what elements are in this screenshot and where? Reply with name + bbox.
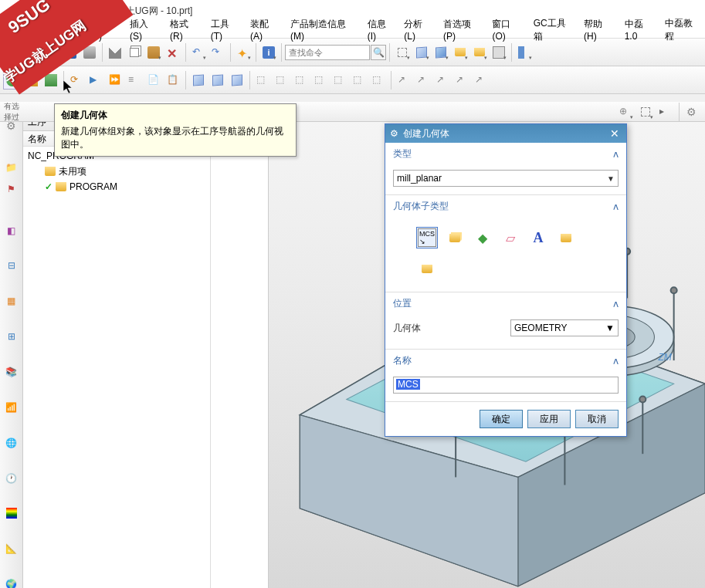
shop-doc-button[interactable]: 📋 [164, 71, 182, 90]
list-path-button[interactable]: ≡ [125, 71, 144, 90]
tb-op5[interactable]: ⬚ [330, 71, 349, 90]
rail-globe2-icon[interactable]: 🌍 [3, 577, 20, 588]
menu-format[interactable]: 格式(R) [165, 16, 205, 43]
tb-path2[interactable]: ↗ [414, 71, 432, 90]
snap-box-button[interactable] [636, 103, 655, 121]
tb-path3[interactable]: ↗ [433, 71, 452, 90]
menu-zl-tut[interactable]: 中磊教程 [660, 15, 705, 45]
section-type-header[interactable]: 类型 ʌ [385, 143, 626, 165]
menu-pmi[interactable]: 产品制造信息(M) [286, 16, 361, 43]
rail-web-icon[interactable]: 📶 [3, 400, 20, 414]
rail-nav-icon[interactable]: 📁 [3, 161, 20, 174]
copy-button[interactable] [125, 43, 144, 62]
section-name-header[interactable]: 名称 ʌ [385, 350, 626, 372]
save-button[interactable] [61, 43, 80, 62]
create-tool-button[interactable] [22, 71, 41, 90]
menu-insert[interactable]: 插入(S) [125, 16, 164, 43]
layer-button[interactable] [451, 43, 469, 62]
delete-button[interactable]: ✕ [164, 43, 182, 62]
rail-color-icon[interactable] [3, 507, 20, 521]
menu-help[interactable]: 帮助(H) [579, 16, 619, 43]
subtype-workpiece-icon[interactable] [444, 227, 466, 248]
name-input[interactable] [393, 377, 619, 394]
info-button[interactable]: i [259, 43, 278, 62]
no-filter-button[interactable]: 有选择过 [3, 103, 22, 121]
fit-button[interactable] [393, 43, 412, 62]
shaded-button[interactable] [432, 43, 450, 62]
simulate-button[interactable]: ⏩ [106, 71, 124, 90]
create-geometry-button[interactable] [3, 71, 22, 90]
menu-gc[interactable]: GC工具箱 [529, 15, 578, 45]
tb-op6[interactable]: ⬚ [350, 71, 368, 90]
style-button[interactable] [490, 43, 508, 62]
section-location-header[interactable]: 位置 ʌ [385, 292, 626, 315]
tb-path4[interactable]: ↗ [452, 71, 471, 90]
print-button[interactable] [80, 43, 99, 62]
new-button[interactable] [22, 43, 41, 62]
rail-books-icon[interactable]: 📚 [3, 365, 20, 379]
undo-button[interactable]: ↶ [189, 43, 208, 62]
rail-machine-icon[interactable]: ⚑ [3, 182, 20, 196]
location-combo[interactable]: GEOMETRY ▼ [510, 319, 619, 336]
generate-path-button[interactable]: ⟳ [67, 71, 86, 90]
apply-button[interactable]: 应用 [527, 410, 571, 428]
menu-info[interactable]: 信息(I) [363, 16, 398, 43]
subtype-text-icon[interactable]: A [527, 227, 549, 248]
menu-analysis[interactable]: 分析(L) [399, 16, 437, 43]
command-search-input[interactable] [285, 45, 370, 60]
rail-measure-icon[interactable]: 📐 [3, 542, 20, 556]
tb-geom3[interactable] [228, 71, 246, 90]
layer-vis-button[interactable] [470, 43, 489, 62]
rail-clock-icon[interactable]: 🕐 [3, 471, 20, 485]
menu-zl1[interactable]: 中磊1.0 [620, 16, 659, 43]
cut-button[interactable] [106, 43, 124, 62]
tb-geom2[interactable] [208, 71, 227, 90]
paste-button[interactable] [144, 43, 163, 62]
open-button[interactable] [42, 43, 60, 62]
command-search-button[interactable]: 🔍 [371, 45, 386, 60]
tb-op3[interactable]: ⬚ [292, 71, 310, 90]
rail-part-icon[interactable]: ◧ [3, 224, 20, 238]
tb-path5[interactable]: ↗ [472, 71, 490, 90]
menu-window[interactable]: 窗口(O) [487, 16, 527, 43]
rail-history-icon[interactable]: 🌐 [3, 436, 20, 450]
type-combo[interactable]: mill_planar ▼ [393, 170, 619, 187]
menu-tools[interactable]: 工具(T) [206, 16, 244, 43]
snap-arrow-button[interactable]: ▸ [656, 103, 675, 121]
view-trimetric-button[interactable] [412, 43, 431, 62]
section-subtype-header[interactable]: 几何体子类型 ʌ [385, 195, 626, 218]
cancel-button[interactable]: 取消 [575, 410, 619, 428]
menu-view[interactable]: 视图(V) [85, 16, 124, 43]
tb-op2[interactable]: ⬚ [273, 71, 291, 90]
rail-reuse-icon[interactable]: ⊞ [3, 329, 20, 343]
tb-geom1[interactable] [189, 71, 208, 90]
subtype-extra-icon[interactable] [416, 258, 438, 279]
start-button[interactable] [3, 43, 22, 62]
rail-tree-icon[interactable]: ⊟ [3, 259, 20, 273]
clip-button[interactable] [515, 43, 534, 62]
command-finder-button[interactable]: ✦ [234, 43, 253, 62]
postprocess-button[interactable]: 📄 [144, 71, 163, 90]
subtype-part-icon[interactable]: ◆ [472, 227, 493, 248]
subtype-group-icon[interactable] [555, 227, 577, 248]
verify-button[interactable]: ▶ [86, 71, 105, 90]
menu-assembly[interactable]: 装配(A) [246, 16, 284, 43]
tb-op4[interactable]: ⬚ [311, 71, 330, 90]
subtype-mcs-icon[interactable]: MCS↘ [416, 227, 438, 248]
snap-point-button[interactable]: ⊕ [616, 103, 635, 121]
menu-prefs[interactable]: 首选项(P) [439, 16, 486, 43]
subtype-boundary-icon[interactable]: ▱ [500, 227, 521, 248]
tree-row-unused[interactable]: 未用项 [23, 164, 268, 179]
redo-button[interactable]: ↷ [208, 43, 227, 62]
tb-path1[interactable]: ↗ [395, 71, 413, 90]
dialog-close-button[interactable]: ✕ [608, 127, 622, 140]
gear-button[interactable]: ⚙ [683, 103, 702, 121]
tree-row-program[interactable]: ✓ PROGRAM [23, 179, 268, 194]
rail-grid-icon[interactable]: ▦ [3, 294, 20, 308]
create-operation-button[interactable] [42, 71, 60, 90]
check-icon: ✓ [45, 181, 53, 192]
ok-button[interactable]: 确定 [480, 410, 523, 428]
tb-op1[interactable]: ⬚ [253, 71, 272, 90]
tb-op7[interactable]: ⬚ [369, 71, 388, 90]
dialog-titlebar[interactable]: ⚙ 创建几何体 ✕ [385, 124, 626, 143]
